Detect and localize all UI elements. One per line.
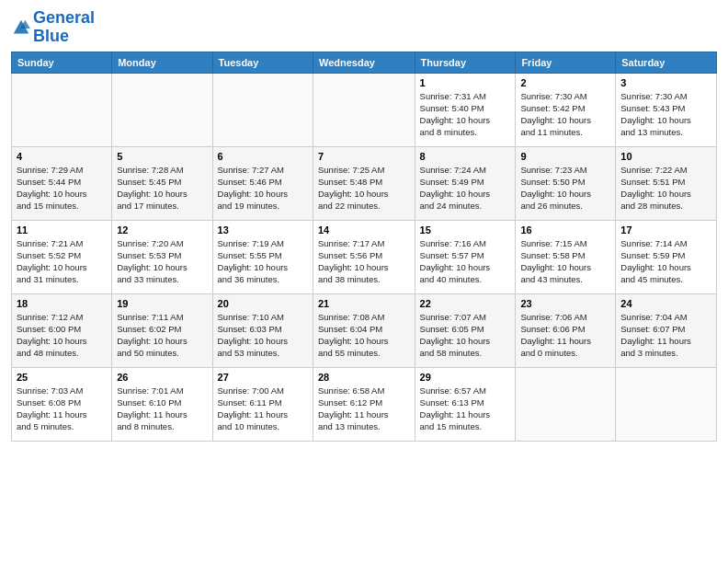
col-header-tuesday: Tuesday — [212, 52, 313, 73]
calendar-cell: 15Sunrise: 7:16 AMSunset: 5:57 PMDayligh… — [415, 220, 516, 293]
calendar-cell: 14Sunrise: 7:17 AMSunset: 5:56 PMDayligh… — [313, 220, 415, 293]
calendar-cell: 23Sunrise: 7:06 AMSunset: 6:06 PMDayligh… — [516, 293, 616, 367]
day-info: Sunrise: 7:04 AMSunset: 6:07 PMDaylight:… — [620, 311, 711, 360]
calendar-cell: 11Sunrise: 7:21 AMSunset: 5:52 PMDayligh… — [12, 220, 112, 293]
day-info: Sunrise: 7:22 AMSunset: 5:51 PMDaylight:… — [620, 164, 711, 213]
calendar-cell: 25Sunrise: 7:03 AMSunset: 6:08 PMDayligh… — [12, 367, 112, 441]
calendar-table: SundayMondayTuesdayWednesdayThursdayFrid… — [11, 52, 717, 442]
day-number: 11 — [17, 224, 107, 236]
calendar-cell: 28Sunrise: 6:58 AMSunset: 6:12 PMDayligh… — [313, 367, 415, 441]
calendar-cell: 20Sunrise: 7:10 AMSunset: 6:03 PMDayligh… — [212, 293, 313, 367]
col-header-friday: Friday — [516, 52, 616, 73]
calendar-cell: 5Sunrise: 7:28 AMSunset: 5:45 PMDaylight… — [112, 146, 212, 220]
logo-text2: Blue — [33, 28, 95, 46]
day-number: 28 — [318, 372, 410, 383]
day-number: 4 — [17, 151, 107, 162]
day-number: 9 — [520, 151, 610, 162]
calendar-cell: 24Sunrise: 7:04 AMSunset: 6:07 PMDayligh… — [616, 293, 717, 367]
day-info: Sunrise: 7:29 AMSunset: 5:44 PMDaylight:… — [17, 164, 107, 213]
calendar-cell — [12, 73, 112, 146]
day-info: Sunrise: 7:30 AMSunset: 5:42 PMDaylight:… — [520, 90, 610, 139]
col-header-sunday: Sunday — [12, 52, 112, 73]
day-info: Sunrise: 7:21 AMSunset: 5:52 PMDaylight:… — [17, 237, 107, 286]
day-info: Sunrise: 7:31 AMSunset: 5:40 PMDaylight:… — [420, 90, 511, 139]
calendar-cell: 26Sunrise: 7:01 AMSunset: 6:10 PMDayligh… — [112, 367, 212, 441]
calendar-cell: 17Sunrise: 7:14 AMSunset: 5:59 PMDayligh… — [616, 220, 717, 293]
day-number: 29 — [420, 372, 511, 383]
calendar-cell — [516, 367, 616, 441]
calendar-cell: 16Sunrise: 7:15 AMSunset: 5:58 PMDayligh… — [516, 220, 616, 293]
day-info: Sunrise: 7:06 AMSunset: 6:06 PMDaylight:… — [520, 311, 610, 360]
week-row-4: 25Sunrise: 7:03 AMSunset: 6:08 PMDayligh… — [12, 367, 717, 441]
day-number: 18 — [17, 298, 107, 309]
week-row-0: 1Sunrise: 7:31 AMSunset: 5:40 PMDaylight… — [12, 73, 717, 146]
day-number: 5 — [117, 151, 207, 162]
calendar-cell: 9Sunrise: 7:23 AMSunset: 5:50 PMDaylight… — [516, 146, 616, 220]
day-info: Sunrise: 7:14 AMSunset: 5:59 PMDaylight:… — [620, 237, 711, 286]
day-number: 16 — [520, 224, 610, 236]
calendar-cell: 21Sunrise: 7:08 AMSunset: 6:04 PMDayligh… — [313, 293, 415, 367]
day-info: Sunrise: 7:03 AMSunset: 6:08 PMDaylight:… — [17, 385, 107, 433]
day-info: Sunrise: 7:10 AMSunset: 6:03 PMDaylight:… — [218, 311, 308, 360]
calendar-cell: 3Sunrise: 7:30 AMSunset: 5:43 PMDaylight… — [616, 73, 717, 146]
day-info: Sunrise: 7:28 AMSunset: 5:45 PMDaylight:… — [117, 164, 207, 213]
day-number: 23 — [520, 298, 610, 309]
calendar-cell: 19Sunrise: 7:11 AMSunset: 6:02 PMDayligh… — [112, 293, 212, 367]
day-info: Sunrise: 7:24 AMSunset: 5:49 PMDaylight:… — [420, 164, 511, 213]
day-number: 17 — [620, 224, 711, 236]
calendar-cell: 8Sunrise: 7:24 AMSunset: 5:49 PMDaylight… — [415, 146, 516, 220]
day-number: 21 — [318, 298, 410, 309]
calendar-cell: 10Sunrise: 7:22 AMSunset: 5:51 PMDayligh… — [616, 146, 717, 220]
day-info: Sunrise: 7:25 AMSunset: 5:48 PMDaylight:… — [318, 164, 410, 213]
col-header-monday: Monday — [112, 52, 212, 73]
week-row-3: 18Sunrise: 7:12 AMSunset: 6:00 PMDayligh… — [12, 293, 717, 367]
day-number: 27 — [218, 372, 308, 383]
calendar-cell: 2Sunrise: 7:30 AMSunset: 5:42 PMDaylight… — [516, 73, 616, 146]
col-header-saturday: Saturday — [616, 52, 717, 73]
day-number: 7 — [318, 151, 410, 162]
col-header-thursday: Thursday — [415, 52, 516, 73]
day-info: Sunrise: 6:58 AMSunset: 6:12 PMDaylight:… — [318, 385, 410, 433]
logo-text: General — [33, 9, 95, 28]
header: General Blue — [11, 9, 717, 46]
day-info: Sunrise: 7:23 AMSunset: 5:50 PMDaylight:… — [520, 164, 610, 213]
day-info: Sunrise: 7:19 AMSunset: 5:55 PMDaylight:… — [218, 237, 308, 286]
day-number: 3 — [620, 77, 711, 88]
header-row: SundayMondayTuesdayWednesdayThursdayFrid… — [12, 52, 717, 73]
logo: General Blue — [11, 9, 95, 46]
calendar-cell: 4Sunrise: 7:29 AMSunset: 5:44 PMDaylight… — [12, 146, 112, 220]
calendar-cell: 22Sunrise: 7:07 AMSunset: 6:05 PMDayligh… — [415, 293, 516, 367]
day-info: Sunrise: 7:30 AMSunset: 5:43 PMDaylight:… — [620, 90, 711, 139]
day-number: 14 — [318, 224, 410, 236]
calendar-cell: 12Sunrise: 7:20 AMSunset: 5:53 PMDayligh… — [112, 220, 212, 293]
day-info: Sunrise: 7:00 AMSunset: 6:11 PMDaylight:… — [218, 385, 308, 433]
day-info: Sunrise: 7:20 AMSunset: 5:53 PMDaylight:… — [117, 237, 207, 286]
day-number: 22 — [420, 298, 511, 309]
calendar-cell — [112, 73, 212, 146]
calendar-cell: 1Sunrise: 7:31 AMSunset: 5:40 PMDaylight… — [415, 73, 516, 146]
day-info: Sunrise: 7:08 AMSunset: 6:04 PMDaylight:… — [318, 311, 410, 360]
day-number: 24 — [620, 298, 711, 309]
day-info: Sunrise: 7:01 AMSunset: 6:10 PMDaylight:… — [117, 385, 207, 433]
calendar-cell — [313, 73, 415, 146]
calendar-cell: 27Sunrise: 7:00 AMSunset: 6:11 PMDayligh… — [212, 367, 313, 441]
day-number: 13 — [218, 224, 308, 236]
day-number: 1 — [420, 77, 511, 88]
day-info: Sunrise: 7:12 AMSunset: 6:00 PMDaylight:… — [17, 311, 107, 360]
day-info: Sunrise: 7:16 AMSunset: 5:57 PMDaylight:… — [420, 237, 511, 286]
logo-icon — [11, 17, 31, 38]
page-container: General Blue SundayMondayTuesdayWednesda… — [0, 0, 728, 451]
week-row-2: 11Sunrise: 7:21 AMSunset: 5:52 PMDayligh… — [12, 220, 717, 293]
col-header-wednesday: Wednesday — [313, 52, 415, 73]
day-number: 26 — [117, 372, 207, 383]
day-number: 2 — [520, 77, 610, 88]
calendar-cell: 29Sunrise: 6:57 AMSunset: 6:13 PMDayligh… — [415, 367, 516, 441]
day-number: 8 — [420, 151, 511, 162]
day-info: Sunrise: 7:15 AMSunset: 5:58 PMDaylight:… — [520, 237, 610, 286]
day-number: 25 — [17, 372, 107, 383]
calendar-cell: 6Sunrise: 7:27 AMSunset: 5:46 PMDaylight… — [212, 146, 313, 220]
day-number: 15 — [420, 224, 511, 236]
day-info: Sunrise: 7:11 AMSunset: 6:02 PMDaylight:… — [117, 311, 207, 360]
day-info: Sunrise: 6:57 AMSunset: 6:13 PMDaylight:… — [420, 385, 511, 433]
day-number: 6 — [218, 151, 308, 162]
